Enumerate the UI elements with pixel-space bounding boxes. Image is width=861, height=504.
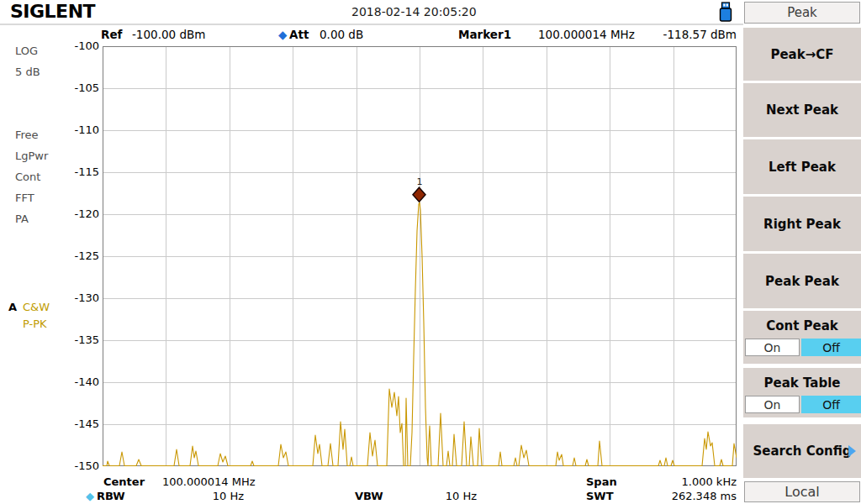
y-tick-label: -140 <box>66 375 99 388</box>
marker-frequency: 100.000014 MHz <box>538 28 635 41</box>
y-tick-label: -105 <box>66 81 99 94</box>
y-tick-label: -150 <box>66 459 99 472</box>
menu-button-next-peak[interactable]: Next Peak <box>743 83 861 137</box>
top-bar: SIGLENT 2018-02-14 20:05:20 <box>0 0 743 25</box>
cont-peak-off-option[interactable]: Off <box>801 339 861 356</box>
marker-level: -118.57 dBm <box>647 28 737 41</box>
cont-peak-label: Cont Peak <box>743 318 861 333</box>
y-tick-label: -100 <box>66 39 99 52</box>
ref-value: -100.00 dBm <box>132 28 205 41</box>
annunciator-lgpwr: LgPwr <box>15 150 48 162</box>
search-config-label: Search Config <box>753 444 851 459</box>
menu-button-search-config[interactable]: Search Config <box>743 424 861 478</box>
annunciator-fft: FFT <box>15 192 34 204</box>
ref-label: Ref <box>101 28 122 41</box>
local-button[interactable]: Local <box>744 481 860 502</box>
vbw-value: 10 Hz <box>401 490 477 502</box>
center-value: 100.000014 MHz <box>162 475 256 488</box>
rbw-value: 10 Hz <box>168 490 244 502</box>
y-tick-label: -135 <box>66 333 99 346</box>
y-tick-label: -115 <box>66 165 99 178</box>
menu-button-right-peak[interactable]: Right Peak <box>743 197 861 251</box>
menu-button-cont-peak[interactable]: Cont Peak On Off <box>743 311 861 364</box>
softkey-menu: Peak Peak→CF Next Peak Left Peak Right P… <box>743 0 861 504</box>
y-tick-label: -125 <box>66 249 99 262</box>
annunciator-trigger: Free <box>15 129 39 141</box>
trace-id-label: A <box>8 301 17 313</box>
peak-table-off-option[interactable]: Off <box>801 396 861 413</box>
rbw-label: RBW <box>97 490 125 502</box>
y-tick-label: -130 <box>66 291 99 304</box>
menu-button-left-peak[interactable]: Left Peak <box>743 139 861 194</box>
swt-label: SWT <box>586 490 614 502</box>
vbw-label: VBW <box>355 490 383 502</box>
spectrum-plot-area: 1 <box>103 46 737 466</box>
y-axis-labels: -100-105-110-115-120-125-130-135-140-145… <box>66 46 99 466</box>
annunciator-log: LOG <box>15 45 38 57</box>
att-diamond-icon: ◆ <box>278 28 287 41</box>
trace-mode-label: C&W <box>23 301 50 313</box>
center-label: Center <box>103 475 145 488</box>
peak-table-label: Peak Table <box>743 375 861 391</box>
svg-text:1: 1 <box>417 176 423 187</box>
span-label: Span <box>586 475 617 488</box>
y-tick-label: -110 <box>66 123 99 136</box>
menu-title: Peak <box>744 2 860 24</box>
marker-label: Marker1 <box>458 28 511 41</box>
datetime-display: 2018-02-14 20:05:20 <box>351 5 477 18</box>
trace-detector-label: P-PK <box>23 318 47 330</box>
siglent-logo: SIGLENT <box>10 1 95 22</box>
menu-button-peak-to-cf[interactable]: Peak→CF <box>743 28 861 81</box>
annunciator-pa: PA <box>15 213 29 225</box>
y-tick-label: -120 <box>66 207 99 220</box>
span-value: 1.000 kHz <box>652 475 737 488</box>
annunciator-cont: Cont <box>15 171 40 183</box>
att-value: 0.00 dB <box>320 28 363 41</box>
y-tick-label: -145 <box>66 417 99 430</box>
annunciator-scale: 5 dB <box>15 66 40 78</box>
att-label: Att <box>289 28 309 41</box>
swt-value: 262.348 ms <box>652 490 737 502</box>
spectrum-plot-svg: 1 <box>103 46 737 466</box>
rbw-diamond-icon: ◆ <box>86 490 94 502</box>
menu-button-peak-peak[interactable]: Peak Peak <box>743 254 861 308</box>
usb-drive-icon <box>716 2 735 26</box>
peak-table-on-option[interactable]: On <box>745 396 800 413</box>
cont-peak-on-option[interactable]: On <box>745 339 800 356</box>
submenu-arrow-icon <box>848 445 856 457</box>
menu-button-peak-table[interactable]: Peak Table On Off <box>743 368 861 417</box>
